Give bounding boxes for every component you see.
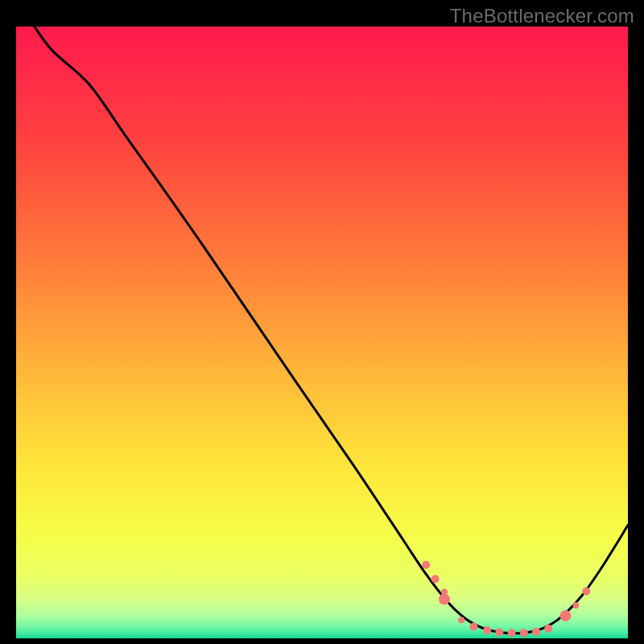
data-marker: [544, 625, 552, 633]
data-marker: [582, 587, 590, 595]
data-marker: [508, 629, 516, 637]
data-marker: [495, 628, 503, 636]
curve-layer: [16, 27, 628, 638]
data-marker: [572, 602, 579, 609]
data-marker: [520, 629, 528, 637]
chart-frame: TheBottlenecker.com: [0, 0, 644, 644]
data-marker: [559, 610, 571, 621]
data-marker: [439, 593, 450, 605]
data-marker: [483, 626, 491, 634]
data-marker: [422, 561, 430, 569]
data-marker: [469, 623, 477, 631]
data-marker: [431, 575, 440, 583]
bottleneck-curve: [35, 27, 628, 634]
data-marker: [458, 617, 464, 623]
data-marker: [532, 628, 540, 636]
plot-area: [16, 27, 628, 638]
watermark-label: TheBottlenecker.com: [450, 5, 634, 27]
